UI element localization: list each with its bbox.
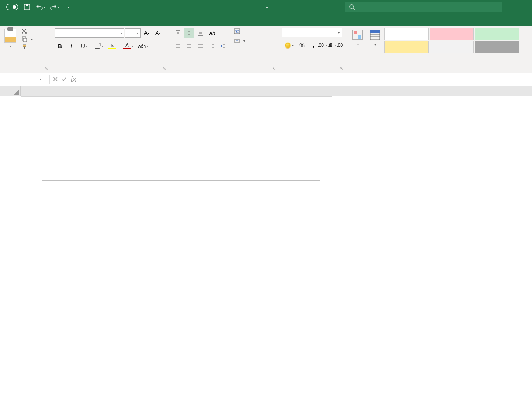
bold-button[interactable]: B — [55, 41, 65, 51]
enter-formula-button[interactable]: ✓ — [62, 75, 67, 83]
svg-rect-9 — [24, 47, 25, 49]
fill-color-button[interactable]: ▾ — [107, 41, 121, 51]
name-box[interactable]: ▾ — [3, 75, 43, 84]
search-icon — [349, 4, 355, 10]
phonetic-button[interactable]: wén▾ — [136, 41, 150, 51]
style-good[interactable] — [475, 28, 519, 40]
format-painter-button[interactable] — [20, 43, 34, 50]
svg-rect-8 — [23, 45, 26, 47]
scissors-icon — [21, 28, 27, 34]
font-color-button[interactable]: A▾ — [122, 41, 135, 51]
svg-rect-10 — [95, 43, 100, 49]
align-dialog[interactable]: ⤡ — [272, 66, 276, 71]
underline-button[interactable]: U▾ — [77, 41, 91, 51]
titlebar: ▾ ▾ ▾ ▾ — [0, 0, 532, 14]
style-bad[interactable] — [430, 28, 474, 40]
brush-icon — [21, 44, 27, 50]
border-button[interactable]: ▾ — [92, 41, 106, 51]
font-size-combo[interactable]: ▾ — [125, 28, 141, 38]
cancel-formula-button[interactable]: ✕ — [53, 75, 58, 83]
svg-rect-39 — [354, 31, 357, 34]
svg-rect-42 — [370, 30, 380, 33]
decrease-decimal-button[interactable]: .0→.00 — [331, 40, 341, 50]
svg-point-5 — [25, 32, 27, 34]
align-bottom-button[interactable] — [195, 28, 206, 38]
embedded-chart[interactable] — [21, 96, 332, 284]
autosave-toggle[interactable] — [4, 4, 18, 10]
window-title: ▾ — [264, 5, 268, 10]
qat-customize[interactable]: ▾ — [63, 2, 74, 12]
wrap-text-button[interactable] — [233, 28, 246, 35]
svg-rect-7 — [23, 38, 27, 42]
style-neutral[interactable] — [384, 41, 429, 53]
table-icon — [369, 29, 381, 41]
align-right-button[interactable] — [195, 41, 206, 51]
align-center-button[interactable] — [184, 41, 194, 51]
clipboard-dialog[interactable]: ⤡ — [45, 66, 48, 71]
font-name-combo[interactable]: ▾ — [55, 28, 124, 38]
style-check[interactable] — [475, 41, 519, 53]
align-top-button[interactable] — [173, 28, 183, 38]
redo-button[interactable]: ▾ — [49, 2, 60, 12]
search-box[interactable] — [345, 2, 502, 12]
format-as-table-button[interactable]: ▾ — [367, 28, 383, 70]
spreadsheet-grid[interactable] — [0, 86, 532, 96]
formula-input[interactable] — [79, 75, 532, 84]
svg-rect-1 — [26, 4, 28, 6]
ribbon-tabs — [0, 14, 532, 26]
conditional-format-button[interactable]: ▾ — [350, 28, 365, 70]
merge-center-button[interactable]: ▾ — [233, 37, 246, 44]
align-middle-button[interactable] — [184, 28, 194, 38]
svg-rect-40 — [358, 35, 361, 39]
increase-font-button[interactable]: A▴ — [141, 28, 152, 38]
increase-indent-button[interactable] — [218, 41, 228, 51]
ribbon: ▾ ▾ ⤡ ▾ ▾ — [0, 26, 532, 73]
save-button[interactable] — [22, 2, 32, 12]
svg-point-2 — [350, 5, 354, 9]
cell-styles-gallery[interactable] — [384, 28, 519, 70]
copy-button[interactable]: ▾ — [20, 36, 34, 43]
formula-bar: ▾ ⋮ ✕ ✓ fx — [0, 73, 532, 86]
wrap-icon — [234, 28, 240, 34]
increase-decimal-button[interactable]: .00→.0 — [319, 40, 330, 50]
italic-button[interactable]: I — [66, 41, 76, 51]
font-dialog[interactable]: ⤡ — [163, 66, 166, 71]
merge-icon — [234, 38, 240, 44]
align-left-button[interactable] — [173, 41, 183, 51]
copy-icon — [21, 36, 27, 42]
select-all-corner[interactable] — [0, 86, 21, 96]
decrease-font-button[interactable]: A▾ — [153, 28, 163, 38]
bucket-icon — [110, 43, 115, 47]
cut-button[interactable] — [20, 28, 34, 35]
cond-format-icon — [351, 29, 364, 41]
decrease-indent-button[interactable] — [207, 41, 217, 51]
undo-button[interactable]: ▾ — [36, 2, 46, 12]
style-normal[interactable] — [384, 28, 429, 40]
svg-line-3 — [353, 8, 355, 10]
number-dialog[interactable]: ⤡ — [340, 66, 343, 71]
orientation-button[interactable]: ab▾ — [207, 28, 220, 38]
chart-title[interactable] — [21, 97, 332, 106]
number-format-combo[interactable]: ▾ — [282, 28, 342, 37]
paste-button[interactable]: ▾ — [3, 28, 18, 70]
accounting-format-button[interactable]: 🪙▾ — [282, 40, 296, 50]
style-calculation[interactable] — [430, 41, 474, 53]
paste-icon — [4, 29, 16, 43]
x-axis — [42, 180, 320, 181]
fx-button[interactable]: fx — [71, 76, 76, 83]
border-icon — [95, 43, 101, 49]
percent-button[interactable]: % — [297, 40, 307, 50]
comma-button[interactable]: , — [308, 40, 319, 50]
search-input[interactable] — [358, 4, 498, 10]
